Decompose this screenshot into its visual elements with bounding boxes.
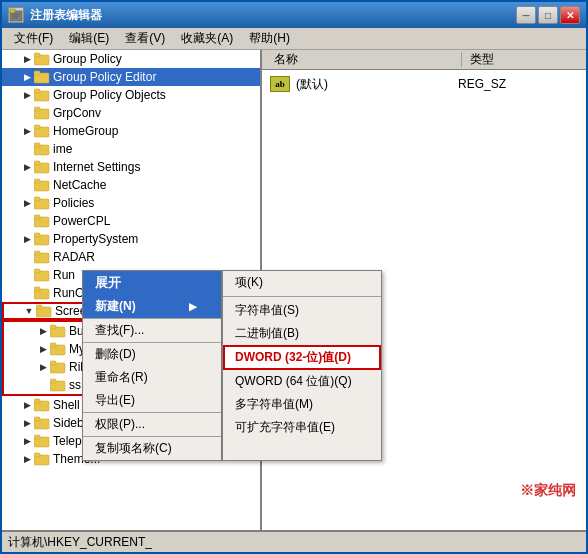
submenu-label: DWORD (32-位)值(D) [235,350,351,364]
tree-item-homegroup[interactable]: ▶ HomeGroup [2,122,260,140]
ctx-rename[interactable]: 重命名(R) [83,366,221,389]
submenu-item-binary[interactable]: 二进制值(B) [223,322,381,345]
folder-icon [34,105,50,121]
svg-rect-12 [34,107,40,111]
status-text: 计算机\HKEY_CURRENT_ [8,534,152,551]
submenu-item-multi-string[interactable]: 多字符串值(M) [223,393,381,416]
svg-rect-1 [10,9,15,13]
svg-rect-8 [34,71,40,75]
svg-rect-38 [50,343,56,347]
col-header-name[interactable]: 名称 [266,51,306,68]
folder-icon [34,87,50,103]
list-item[interactable]: ab (默认) REG_SZ [266,74,582,94]
svg-rect-34 [36,305,42,309]
ctx-find[interactable]: 查找(F)... [83,318,221,342]
ctx-delete[interactable]: 删除(D) [83,342,221,366]
ctx-export[interactable]: 导出(E) [83,389,221,412]
svg-rect-50 [34,453,40,457]
tree-label: PowerCPL [53,214,110,228]
tree-item-radar[interactable]: ▶ RADAR [2,248,260,266]
expand-arrow[interactable]: ▶ [20,196,34,210]
tree-label: Run [53,268,75,282]
svg-rect-24 [34,215,40,219]
svg-rect-26 [34,233,40,237]
expand-arrow[interactable]: ▶ [36,324,50,338]
expand-arrow[interactable]: ▶ [20,88,34,102]
svg-rect-44 [34,399,40,403]
tree-item-ime[interactable]: ▶ ime [2,140,260,158]
ctx-copy-name-label: 复制项名称(C) [95,440,172,457]
folder-icon [34,69,50,85]
folder-icon [34,159,50,175]
expand-arrow[interactable]: ▶ [20,70,34,84]
tree-label: PropertySystem [53,232,138,246]
tree-item-powercpl[interactable]: ▶ PowerCPL [2,212,260,230]
main-content: ▶ Group Policy ▶ Group Policy Editor ▶ [2,50,586,530]
menu-edit[interactable]: 编辑(E) [61,28,117,49]
expand-arrow[interactable]: ▶ [20,434,34,448]
expand-arrow[interactable]: ▼ [22,304,36,318]
submenu-item-string[interactable]: 字符串值(S) [223,299,381,322]
folder-icon [34,231,50,247]
tree-label: Group Policy Objects [53,88,166,102]
expand-arrow[interactable]: ▶ [20,416,34,430]
ctx-arrow: ▶ [189,301,197,312]
tree-label: GrpConv [53,106,101,120]
expand-arrow[interactable]: ▶ [36,360,50,374]
submenu-item-key[interactable]: 项(K) [223,271,381,294]
menu-help[interactable]: 帮助(H) [241,28,298,49]
expand-arrow[interactable]: ▶ [20,232,34,246]
svg-rect-28 [34,251,40,255]
ctx-permissions[interactable]: 权限(P)... [83,412,221,436]
tree-item-grpconv[interactable]: ▶ GrpConv [2,104,260,122]
submenu-item-expand-string[interactable]: 可扩充字符串值(E) [223,416,381,439]
ctx-new[interactable]: 新建(N) ▶ [83,295,221,318]
folder-icon [50,359,66,375]
folder-icon [34,267,50,283]
ctx-copy-name[interactable]: 复制项名称(C) [83,436,221,460]
ctx-export-label: 导出(E) [95,392,135,409]
folder-icon [34,51,50,67]
menu-file[interactable]: 文件(F) [6,28,61,49]
svg-rect-20 [34,179,40,183]
tree-item-netcache[interactable]: ▶ NetCache [2,176,260,194]
expand-arrow[interactable]: ▶ [20,452,34,466]
submenu-label: 多字符串值(M) [235,397,313,411]
submenu-label: 项(K) [235,275,263,289]
folder-icon [34,195,50,211]
menu-favorites[interactable]: 收藏夹(A) [173,28,241,49]
title-bar: 注册表编辑器 ─ □ ✕ [2,2,586,28]
tree-item-internet-settings[interactable]: ▶ Internet Settings [2,158,260,176]
col-header-type[interactable]: 类型 [462,51,502,68]
expand-arrow[interactable]: ▶ [36,342,50,356]
tree-item-propertysystem[interactable]: ▶ PropertySystem [2,230,260,248]
reg-value-name: (默认) [296,76,458,93]
expand-arrow[interactable]: ▶ [20,398,34,412]
expand-arrow[interactable]: ▶ [20,160,34,174]
watermark: ※家纯网 [520,482,576,500]
folder-icon [50,323,66,339]
submenu-item-dword[interactable]: DWORD (32-位)值(D) [223,345,381,370]
svg-rect-18 [34,161,40,165]
minimize-button[interactable]: ─ [516,6,536,24]
tree-label: Internet Settings [53,160,140,174]
tree-item-policies[interactable]: ▶ Policies [2,194,260,212]
svg-rect-40 [50,361,56,365]
tree-item-group-policy[interactable]: ▶ Group Policy [2,50,260,68]
submenu-label: 字符串值(S) [235,303,299,317]
ctx-find-label: 查找(F)... [95,322,144,339]
ctx-new-label: 新建(N) [95,298,136,315]
expand-arrow[interactable]: ▶ [20,52,34,66]
tree-label: RADAR [53,250,95,264]
status-bar: 计算机\HKEY_CURRENT_ [2,530,586,552]
submenu-item-qword[interactable]: QWORD (64 位值)(Q) [223,370,381,393]
expand-arrow[interactable]: ▶ [20,124,34,138]
tree-item-group-policy-editor[interactable]: ▶ Group Policy Editor [2,68,260,86]
maximize-button[interactable]: □ [538,6,558,24]
menu-view[interactable]: 查看(V) [117,28,173,49]
reg-value-icon: ab [270,76,290,92]
ctx-expand[interactable]: 展开 [83,271,221,295]
close-button[interactable]: ✕ [560,6,580,24]
tree-label: ime [53,142,72,156]
tree-item-gpo[interactable]: ▶ Group Policy Objects [2,86,260,104]
